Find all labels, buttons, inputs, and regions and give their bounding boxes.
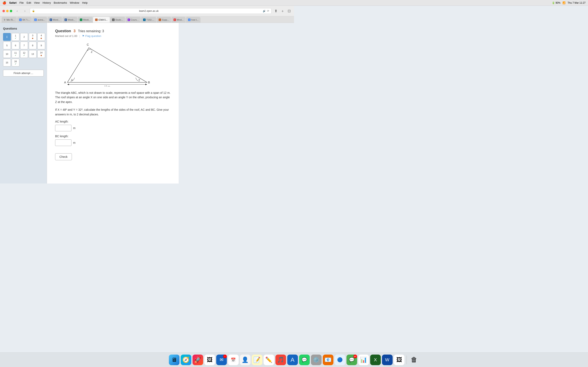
question-btn-12[interactable]: 12 ✓	[20, 50, 28, 58]
question-number-1: 1	[15, 34, 16, 37]
question-number-display: 3	[73, 29, 76, 33]
tab-icma[interactable]: i iCMA 5...	[93, 17, 110, 23]
tab-course[interactable]: C Cours...	[126, 17, 141, 23]
menu-view[interactable]: View	[34, 1, 40, 4]
tab-week2[interactable]: S Week...	[78, 17, 93, 23]
menu-history[interactable]: History	[43, 1, 51, 4]
question-num-label: i	[7, 35, 7, 39]
tab-label: avera...	[38, 18, 45, 21]
traffic-lights	[2, 10, 12, 12]
tab-favicon: i	[95, 18, 98, 21]
question-btn-1[interactable]: 1 ✓	[12, 33, 19, 41]
checkmark-12: ✓	[23, 54, 25, 57]
question-btn-10[interactable]: 10	[3, 50, 11, 58]
tab-favicon: i	[159, 18, 161, 21]
minimize-window-btn[interactable]	[6, 10, 9, 12]
question-btn-11[interactable]: 11 ✓	[12, 50, 19, 58]
question-number-12: 12	[23, 52, 25, 54]
apple-menu[interactable]: 🍎	[2, 1, 6, 5]
ac-length-group: AC length: m	[55, 120, 171, 131]
ac-length-input[interactable]	[55, 125, 71, 131]
svg-text:B: B	[148, 81, 150, 84]
question-btn-7[interactable]: 7	[20, 42, 28, 49]
tab-average[interactable]: G avera...	[32, 17, 47, 23]
tab-t192[interactable]: T T192-...	[141, 17, 156, 23]
page-content: Questions i 1 ✓ 2 3 ● 4	[0, 23, 294, 184]
tries-remaining: Tries remaining: 3	[78, 29, 104, 33]
svg-marker-2	[67, 83, 69, 85]
question-btn-14[interactable]: 14 ●	[37, 50, 45, 58]
menu-window[interactable]: Window	[70, 1, 79, 4]
question-number-5: 5	[6, 44, 8, 47]
question-btn-3[interactable]: 3 ●	[29, 33, 36, 41]
bc-length-group: BC length: m	[55, 134, 171, 146]
check-button[interactable]: Check	[55, 153, 72, 160]
finish-attempt-button[interactable]: Finish attempt ...	[3, 70, 44, 76]
question-number-13: 13	[31, 53, 34, 55]
menu-file[interactable]: File	[19, 1, 24, 4]
svg-text:C: C	[87, 43, 89, 46]
tab-student[interactable]: S Stude...	[110, 17, 125, 23]
question-btn-5[interactable]: 5	[3, 42, 11, 49]
quiz-content: Question 3 Tries remaining: 3 Marked out…	[47, 23, 179, 184]
question-btn-8[interactable]: 8	[29, 42, 36, 49]
menu-edit[interactable]: Edit	[26, 1, 31, 4]
tab-support[interactable]: i Supp...	[156, 17, 171, 23]
question-btn-2[interactable]: 2	[20, 33, 28, 41]
tab-howto[interactable]: G how t...	[186, 17, 200, 23]
reload-button[interactable]: ⟳	[267, 9, 269, 12]
marked-out-text: Marked out of 1.00	[55, 34, 77, 38]
tab-mind[interactable]: M Mind...	[172, 17, 186, 23]
orange-dot-14: ●	[40, 54, 42, 57]
question-btn-4[interactable]: 4 ●	[37, 33, 45, 41]
question-number-8: 8	[32, 44, 33, 47]
address-bar[interactable]: 🔒 learn2.open.ac.uk 🔊 ⟳	[30, 8, 272, 14]
tab-mic[interactable]: 🎙 Mic Ri...	[2, 17, 17, 23]
flag-label: Flag question	[85, 34, 101, 38]
question-btn-15[interactable]: 15	[3, 59, 11, 67]
question-grid: i 1 ✓ 2 3 ● 4 ● 5	[3, 33, 44, 67]
orange-dot-4: ●	[40, 37, 42, 40]
tab-favicon: W	[65, 18, 67, 21]
question-sidebar: Questions i 1 ✓ 2 3 ● 4	[0, 23, 47, 184]
close-window-btn[interactable]	[2, 10, 5, 12]
checkmark-11: ✓	[15, 54, 17, 57]
tab-favicon: S	[112, 18, 114, 21]
sidebar-toggle[interactable]: ⊡	[287, 8, 292, 14]
question-btn-9[interactable]: 9	[37, 42, 45, 49]
tab-favicon: G	[34, 18, 37, 21]
question-number-10: 10	[6, 53, 8, 55]
question-text-1: The triangle ABC, which is not drawn to …	[55, 91, 171, 104]
question-btn-16[interactable]: 16 ✓	[12, 59, 19, 67]
tab-favicon: G	[188, 18, 190, 21]
ac-length-label: AC length:	[55, 120, 171, 123]
menu-bookmarks[interactable]: Bookmarks	[54, 1, 67, 4]
new-tab-button[interactable]: ＋	[280, 8, 285, 14]
flag-question-link[interactable]: ⚑ Flag question	[82, 34, 101, 38]
tab-week1[interactable]: W Week...	[62, 17, 77, 23]
tab-word[interactable]: W Word...	[48, 17, 62, 23]
menu-help[interactable]: Help	[82, 1, 87, 4]
question-number-16: 16	[14, 60, 17, 63]
marked-out-row: Marked out of 1.00 | ⚑ Flag question	[55, 34, 171, 38]
app-name[interactable]: Safari	[9, 1, 17, 4]
bc-length-input[interactable]	[55, 140, 71, 146]
fullscreen-window-btn[interactable]	[10, 10, 12, 12]
svg-marker-3	[145, 83, 147, 85]
share-button[interactable]: ⬆	[274, 8, 278, 14]
forward-button[interactable]: ›	[22, 8, 28, 14]
question-number-15: 15	[6, 61, 8, 64]
tab-label: Mic Ri...	[7, 18, 15, 21]
question-number-7: 7	[24, 44, 25, 47]
question-btn-13[interactable]: 13	[29, 50, 36, 58]
tab-favicon: G	[19, 18, 22, 21]
tab-label: Word...	[53, 18, 60, 21]
url-display[interactable]: learn2.open.ac.uk	[36, 9, 261, 12]
question-btn-info[interactable]: i	[3, 33, 11, 41]
checkmark-16: ✓	[15, 63, 17, 65]
tab-5ft[interactable]: G 5ft 7 i...	[17, 17, 32, 23]
question-text-2: If X = 48º and Y = 32º, calculate the le…	[55, 108, 171, 117]
question-btn-6[interactable]: 6	[12, 42, 19, 49]
tab-favicon: T	[143, 18, 146, 21]
back-button[interactable]: ‹	[14, 8, 20, 14]
